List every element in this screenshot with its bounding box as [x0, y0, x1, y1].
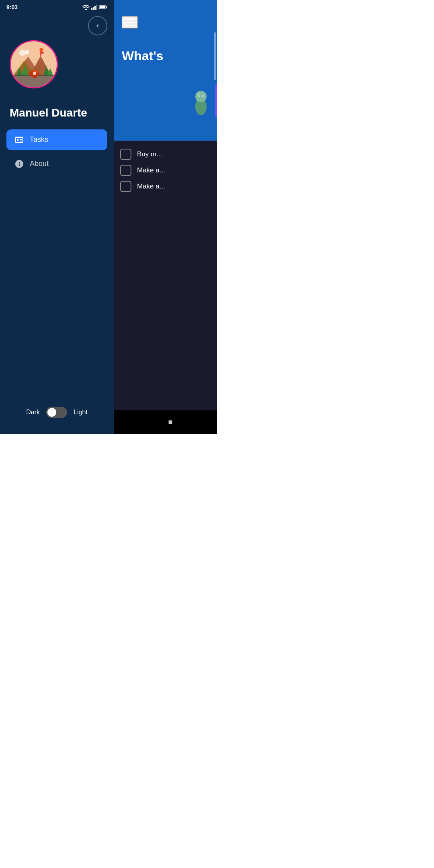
- nav-item-tasks[interactable]: Tasks: [6, 129, 107, 150]
- main-panel: What's Buy m... Make a...: [114, 0, 217, 434]
- svg-point-27: [198, 95, 200, 97]
- battery-icon: [99, 5, 107, 10]
- tasks-label: Tasks: [30, 135, 48, 144]
- avatar: [10, 40, 58, 88]
- drawer-panel: 9:03: [0, 0, 114, 434]
- task-item-3[interactable]: Make a...: [120, 181, 211, 192]
- main-title: What's: [122, 49, 209, 63]
- back-button[interactable]: [88, 16, 107, 35]
- svg-point-10: [39, 48, 43, 51]
- svg-rect-3: [96, 5, 97, 10]
- svg-point-28: [202, 95, 204, 97]
- scroll-handle: [214, 32, 216, 80]
- task-list: Buy m... Make a... Make a...: [114, 141, 217, 200]
- light-label: Light: [74, 409, 88, 416]
- about-label: About: [30, 160, 49, 168]
- task-item-1[interactable]: Buy m...: [120, 149, 211, 160]
- wifi-icon: [82, 4, 90, 10]
- svg-point-26: [195, 91, 207, 102]
- svg-rect-0: [91, 8, 92, 10]
- svg-rect-6: [100, 6, 105, 8]
- svg-point-8: [19, 50, 25, 56]
- task-item-2[interactable]: Make a...: [120, 165, 211, 176]
- main-title-area: What's: [114, 37, 217, 68]
- theme-toggle-area: Dark Light: [0, 399, 114, 434]
- about-icon: [14, 159, 24, 169]
- svg-point-24: [33, 72, 36, 75]
- avatar-image: [11, 41, 57, 87]
- back-button-area: [0, 13, 114, 40]
- avatar-area: [0, 40, 114, 98]
- accent-bar: [215, 84, 217, 117]
- tasks-icon: [14, 135, 24, 145]
- dark-label: Dark: [26, 409, 40, 416]
- status-icons: [82, 4, 107, 10]
- user-name: Manuel Duarte: [0, 98, 114, 129]
- theme-toggle[interactable]: [46, 407, 67, 418]
- status-bar: 9:03: [0, 0, 114, 13]
- hamburger-line-2: [124, 22, 135, 23]
- main-title-text: What's: [122, 49, 164, 63]
- android-recent-button[interactable]: ■: [168, 418, 172, 426]
- task-checkbox-2[interactable]: [120, 165, 131, 176]
- hamburger-button[interactable]: [122, 16, 138, 29]
- toggle-thumb: [47, 408, 56, 417]
- bottom-sheet: Buy m... Make a... Make a...: [114, 141, 217, 434]
- figure-area: [189, 88, 213, 126]
- hamburger-line-3: [124, 25, 135, 26]
- status-time: 9:03: [6, 4, 18, 10]
- nav-item-about[interactable]: About: [6, 154, 107, 174]
- task-text-2: Make a...: [137, 166, 165, 174]
- svg-rect-5: [106, 6, 107, 8]
- person-figure: [189, 88, 213, 125]
- svg-rect-1: [93, 7, 94, 10]
- task-text-3: Make a...: [137, 182, 165, 190]
- hamburger-line-1: [124, 18, 135, 20]
- svg-point-9: [25, 50, 29, 54]
- nav-menu: Tasks About: [0, 129, 114, 174]
- svg-rect-2: [94, 6, 96, 10]
- task-checkbox-3[interactable]: [120, 181, 131, 192]
- task-text-1: Buy m...: [137, 150, 162, 158]
- task-checkbox-1[interactable]: [120, 149, 131, 160]
- signal-icon: [91, 4, 98, 10]
- main-header: [114, 0, 217, 37]
